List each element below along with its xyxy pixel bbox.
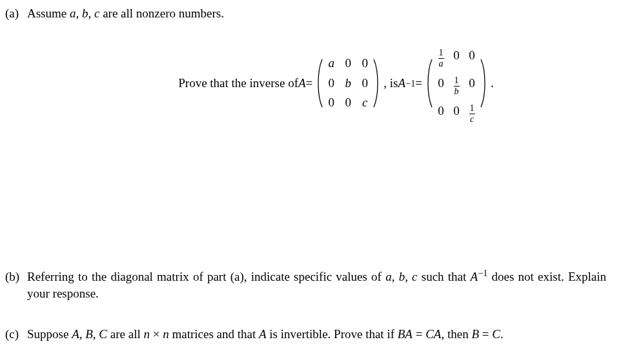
mAi-r3c3: 1c [469, 99, 475, 124]
b-pre: Referring to the diagonal matrix of part… [27, 270, 385, 283]
mAi-r3c1: 0 [438, 103, 444, 120]
left-paren-icon-2 [425, 41, 434, 126]
mA-r3c3: c [362, 94, 368, 112]
left-paren-icon [315, 52, 324, 114]
c-n2: n [163, 327, 169, 341]
c-n: n [143, 327, 150, 341]
matrix-A: a 0 0 0 b 0 0 0 c [315, 52, 381, 114]
mA-r2c3: 0 [362, 75, 368, 92]
part-a-math-row: Prove that the inverse of A = a 0 0 0 b … [66, 41, 606, 126]
c-B: B [471, 327, 479, 341]
b-Ainv-sup: −1 [478, 267, 487, 278]
part-a-intro-pre: Assume [27, 6, 70, 20]
matrix-A-body: a 0 0 0 b 0 0 0 c [324, 52, 372, 114]
mA-r1c3: 0 [362, 55, 368, 72]
c-period: . [500, 327, 504, 341]
matrix-Ainv: 1a 0 0 0 1b 0 0 0 1c [425, 41, 488, 126]
mAi-r2c2: 1b [453, 71, 460, 96]
c-ABC: A, B, C [72, 327, 107, 341]
c-C: C [492, 327, 500, 341]
part-a-intro-vars: a, b, c [70, 6, 99, 20]
period-a: . [491, 75, 494, 92]
mAi-r1c2: 0 [453, 47, 460, 65]
mA-r2c2: b [345, 75, 351, 92]
part-b-content: Referring to the diagonal matrix of part… [27, 268, 606, 303]
c-BA: BA [398, 327, 413, 341]
part-a-content: Assume a, b, c are all nonzero numbers. … [27, 5, 606, 126]
A-inv-symbol: A [398, 75, 406, 92]
mAi-r3c2: 0 [453, 103, 460, 120]
part-c-content: Suppose A, B, C are all n × n matrices a… [27, 326, 606, 343]
equals-1: = [306, 75, 313, 92]
c-pre: Suppose [27, 327, 72, 341]
mAi-r1c1: 1a [438, 43, 444, 68]
matrix-Ainv-body: 1a 0 0 0 1b 0 0 0 1c [434, 41, 479, 126]
part-a-label: (a) [5, 5, 27, 23]
c-mid2: matrices and that [169, 327, 259, 341]
mA-r1c1: a [328, 55, 334, 72]
prove-text: Prove that the inverse of [178, 75, 298, 92]
part-a-intro-post: are all nonzero numbers. [99, 6, 224, 20]
c-mid3: is invertible. Prove that if [267, 327, 398, 341]
c-eq2: = [479, 327, 492, 341]
right-paren-icon [372, 52, 381, 114]
mA-r3c2: 0 [345, 94, 351, 112]
mA-r2c1: 0 [328, 75, 334, 92]
mAi-r2c3: 0 [469, 75, 475, 92]
mAi-r1c3: 0 [469, 47, 475, 65]
c-times: × [150, 327, 163, 341]
mA-r1c2: 0 [345, 55, 351, 72]
c-comma: , then [441, 327, 471, 341]
right-paren-icon-2 [479, 41, 488, 126]
b-Ainv: A [471, 270, 478, 283]
part-c-label: (c) [5, 326, 27, 343]
mA-r3c1: 0 [328, 94, 334, 112]
comma-is: , is [383, 75, 398, 92]
b-vars: a, b, c [385, 270, 417, 283]
A-symbol: A [298, 75, 306, 92]
c-CA: CA [425, 327, 441, 341]
c-A: A [259, 327, 267, 341]
b-mid: such that [418, 270, 471, 283]
c-eq1: = [413, 327, 425, 341]
c-mid1: are all [107, 327, 143, 341]
part-b-label: (b) [5, 268, 27, 286]
equals-2: = [415, 75, 422, 92]
mAi-r2c1: 0 [438, 75, 444, 92]
